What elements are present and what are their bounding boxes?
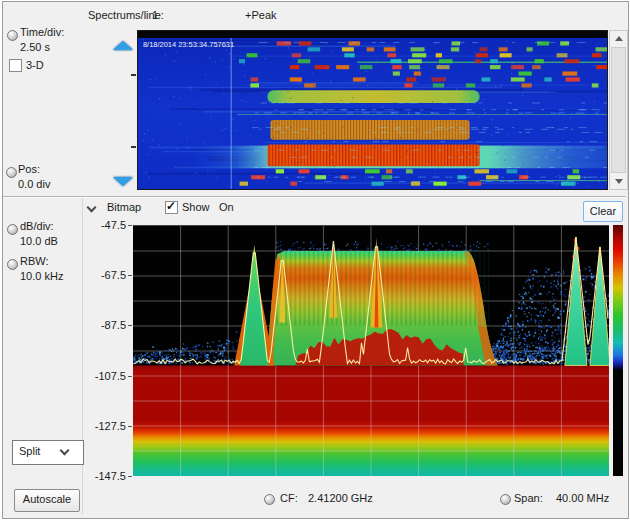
db-div-label: dB/div: — [20, 220, 54, 233]
on-label[interactable]: On — [219, 201, 234, 214]
y-axis-label: -147.5 — [86, 470, 126, 483]
time-div-value[interactable]: 2.50 s — [20, 41, 50, 54]
time-div-label: Time/div: — [20, 26, 64, 39]
show-label: Show — [182, 201, 210, 214]
y-axis-label: -67.5 — [86, 269, 126, 282]
y-axis-tick — [128, 225, 132, 226]
rbw-label: RBW: — [20, 255, 49, 268]
db-div-value[interactable]: 10.0 dB — [20, 235, 58, 248]
cf-value[interactable]: 2.41200 GHz — [308, 492, 373, 505]
span-label: Span: — [514, 492, 543, 505]
threed-checkbox[interactable] — [9, 59, 22, 72]
spectrogram-top-marker-icon[interactable] — [113, 41, 133, 50]
cf-label: CF: — [280, 492, 298, 505]
intensity-colorbar — [613, 225, 623, 476]
collapse-chevron-icon[interactable] — [88, 204, 95, 211]
y-axis-label: -107.5 — [86, 370, 126, 383]
pos-label: Pos: — [18, 163, 40, 176]
y-axis-tick — [128, 275, 132, 276]
y-axis-label: -87.5 — [86, 319, 126, 332]
spectrogram-timestamp: 8/18/2014 23:53:34.757631 — [143, 40, 234, 49]
control-column-divider — [82, 198, 83, 514]
spectrums-per-line-value[interactable]: 1 — [152, 9, 158, 22]
bitmap-display[interactable] — [133, 225, 609, 476]
pos-value[interactable]: 0.0 div — [18, 178, 50, 191]
autoscale-button[interactable]: Autoscale — [14, 489, 80, 512]
y-axis-tick — [128, 426, 132, 427]
y-axis-label: -127.5 — [86, 420, 126, 433]
panel-divider — [3, 196, 626, 198]
bitmap-title: Bitmap — [107, 201, 141, 214]
y-axis-tick — [128, 376, 132, 377]
scrollbar-down-icon[interactable] — [610, 174, 627, 189]
split-select-value: Split — [19, 445, 40, 457]
y-axis-tick — [128, 476, 132, 477]
clear-button[interactable]: Clear — [583, 201, 623, 222]
y-axis-label: -47.5 — [86, 219, 126, 232]
scrollbar-up-icon[interactable] — [610, 31, 627, 46]
db-div-knob-icon[interactable] — [7, 224, 18, 235]
rbw-knob-icon[interactable] — [7, 259, 18, 270]
split-select[interactable]: Split — [12, 440, 84, 465]
rbw-value[interactable]: 10.0 kHz — [20, 270, 63, 283]
pos-knob-icon[interactable] — [6, 167, 17, 178]
show-checkbox[interactable] — [165, 201, 178, 214]
y-axis-tick — [128, 325, 132, 326]
span-value[interactable]: 40.00 MHz — [556, 492, 609, 505]
spectrogram-axis-tick — [131, 74, 136, 76]
detector-value[interactable]: +Peak — [245, 9, 277, 22]
spectrogram-axis-tick — [131, 146, 136, 148]
span-knob-icon[interactable] — [500, 494, 511, 505]
spectrogram-bottom-marker-icon[interactable] — [113, 177, 133, 186]
scrollbar-thumb[interactable] — [611, 47, 626, 173]
cf-knob-icon[interactable] — [264, 494, 275, 505]
time-div-knob-icon[interactable] — [7, 30, 18, 41]
spectrogram-scrollbar[interactable] — [609, 30, 628, 190]
select-chevron-icon — [61, 447, 68, 454]
spectrogram-display[interactable]: 8/18/2014 23:53:34.757631 — [137, 30, 608, 190]
threed-label: 3-D — [26, 59, 44, 72]
